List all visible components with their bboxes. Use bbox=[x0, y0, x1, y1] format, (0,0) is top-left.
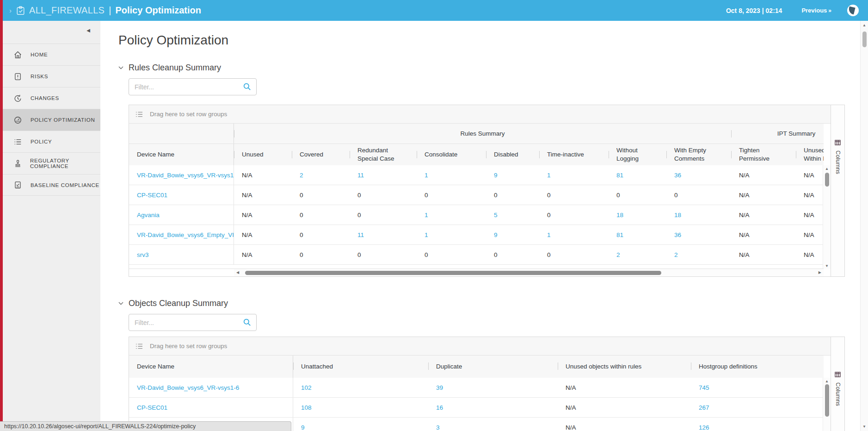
value-cell[interactable]: 81 bbox=[609, 225, 666, 244]
objects-filter-input[interactable] bbox=[129, 314, 257, 331]
value-cell[interactable]: 36 bbox=[666, 225, 731, 244]
device-name-cell[interactable]: VR-David_Bowie_vsys6_Empty_VR1.1 bbox=[129, 225, 234, 244]
policy-icon bbox=[13, 137, 23, 146]
value-cell[interactable]: 102 bbox=[293, 378, 428, 397]
value-cell[interactable]: 126 bbox=[691, 418, 824, 431]
column-header-unattached[interactable]: Unattached bbox=[293, 356, 428, 378]
row-groups-drop-zone[interactable]: Drag here to set row groups bbox=[129, 105, 844, 124]
value-cell[interactable]: 9 bbox=[486, 165, 539, 185]
column-header-unused-objects-within-rules[interactable]: Unused objects within rules bbox=[558, 356, 691, 378]
column-header-time-inactive[interactable]: Time-inactive bbox=[539, 144, 609, 165]
report-progress-icon[interactable] bbox=[847, 5, 859, 16]
top-bar: › ALL_FIREWALLS | Policy Optimization Oc… bbox=[0, 0, 868, 21]
device-name-cell[interactable]: VR-David_Bowie_vsys6_VR-vsys1-6 bbox=[129, 378, 293, 397]
sidebar-item-home[interactable]: HOME bbox=[3, 44, 100, 65]
column-header-label: Duplicate bbox=[436, 362, 462, 371]
column-header-with-empty-comments[interactable]: With Empty Comments bbox=[666, 144, 731, 165]
value-cell[interactable]: 1 bbox=[417, 165, 486, 185]
table-vertical-scrollbar[interactable]: ▲▼ bbox=[823, 165, 831, 269]
value-cell[interactable]: 11 bbox=[350, 225, 417, 244]
value-cell[interactable]: 11 bbox=[350, 165, 417, 185]
value-cell[interactable]: 5 bbox=[486, 205, 539, 225]
rules-collapse-chevron-icon[interactable] bbox=[118, 66, 129, 69]
table-vertical-scrollbar[interactable]: ▲ bbox=[823, 378, 831, 431]
column-header-covered[interactable]: Covered bbox=[292, 144, 350, 165]
column-header-device-name[interactable]: Device Name bbox=[129, 144, 234, 165]
sidebar-collapse-icon[interactable]: ◀ bbox=[86, 28, 90, 33]
table-horizontal-scrollbar[interactable]: ◀▶ bbox=[234, 269, 824, 276]
device-name-cell[interactable]: CP-SEC01 bbox=[129, 185, 234, 205]
title-separator: | bbox=[109, 5, 111, 16]
row-groups-drop-zone[interactable]: Drag here to set row groups bbox=[129, 337, 844, 356]
scroll-down-icon[interactable]: ▼ bbox=[823, 264, 831, 268]
report-name[interactable]: ALL_FIREWALLS bbox=[29, 5, 105, 16]
column-header-consolidate[interactable]: Consolidate bbox=[417, 144, 486, 165]
rules-filter-box bbox=[129, 78, 257, 95]
scroll-up-icon[interactable]: ▲ bbox=[823, 379, 831, 383]
value-cell[interactable]: 1 bbox=[539, 165, 609, 185]
scroll-down-icon[interactable]: ▼ bbox=[861, 425, 868, 429]
sidebar-item-changes[interactable]: CHANGES bbox=[3, 87, 100, 109]
value-cell[interactable]: 2 bbox=[666, 245, 731, 264]
device-name-cell[interactable]: VR-David_Bowie_vsys6_VR-vsys1-6 bbox=[129, 165, 234, 185]
device-name-cell[interactable]: Agvania bbox=[129, 205, 234, 225]
value-cell[interactable]: 3 bbox=[428, 418, 558, 431]
value-cell[interactable]: 267 bbox=[691, 398, 824, 417]
previous-report-button[interactable]: Previous» bbox=[801, 7, 831, 14]
value-cell[interactable]: 9 bbox=[486, 225, 539, 244]
sidebar-item-regulatory-compliance[interactable]: REGULATORY COMPLIANCE bbox=[3, 152, 100, 174]
column-header-unused-objects-within-rules[interactable]: Unused Objects Within Rules bbox=[796, 144, 824, 165]
device-name-cell[interactable]: CP-SEC01 bbox=[129, 398, 293, 417]
device-name-cell[interactable]: srv3 bbox=[129, 245, 234, 264]
columns-panel-tab[interactable]: Columns bbox=[831, 139, 844, 174]
table-scrollbar-thumb[interactable] bbox=[825, 384, 829, 417]
columns-panel-tab[interactable]: Columns bbox=[831, 371, 844, 406]
value-cell[interactable]: 2 bbox=[292, 165, 350, 185]
value-cell[interactable]: 18 bbox=[666, 205, 731, 225]
value-cell[interactable]: 81 bbox=[609, 165, 666, 185]
value-cell[interactable]: 108 bbox=[293, 398, 428, 417]
value-cell: N/A bbox=[731, 245, 796, 264]
search-icon[interactable] bbox=[243, 82, 252, 93]
column-header-duplicate[interactable]: Duplicate bbox=[428, 356, 558, 378]
value-cell[interactable]: 1 bbox=[417, 205, 486, 225]
value-cell[interactable]: 39 bbox=[428, 378, 558, 397]
value-cell[interactable]: 9 bbox=[293, 418, 428, 431]
value-cell[interactable]: 1 bbox=[417, 225, 486, 244]
column-header-unused[interactable]: Unused bbox=[234, 144, 292, 165]
rules-filter-input[interactable] bbox=[129, 78, 257, 95]
column-header-label: Consolidate bbox=[425, 150, 457, 159]
column-header-label: With Empty Comments bbox=[674, 146, 724, 163]
value-cell[interactable]: 745 bbox=[691, 378, 824, 397]
table-scrollbar-thumb[interactable] bbox=[825, 173, 829, 187]
scroll-up-icon[interactable]: ▲ bbox=[823, 167, 831, 171]
sidebar-item-policy[interactable]: POLICY bbox=[3, 131, 100, 152]
value-cell: N/A bbox=[558, 418, 691, 431]
value-cell[interactable]: 16 bbox=[428, 398, 558, 417]
rules-section-header: Rules Cleanup Summary bbox=[118, 62, 860, 73]
value-cell[interactable]: 36 bbox=[666, 165, 731, 185]
value-cell[interactable]: 18 bbox=[609, 205, 666, 225]
search-icon[interactable] bbox=[243, 318, 252, 329]
page-scrollbar-thumb[interactable] bbox=[862, 31, 867, 47]
value-cell[interactable]: 1 bbox=[539, 225, 609, 244]
sidebar-item-policy-optimization[interactable]: POLICY OPTIMIZATION bbox=[3, 109, 100, 131]
column-header-tighten-permissive[interactable]: Tighten Permissive bbox=[731, 144, 796, 165]
breadcrumb-chevron-icon[interactable]: › bbox=[9, 6, 12, 14]
table-scrollbar-thumb[interactable] bbox=[245, 271, 661, 275]
value-cell: 0 bbox=[539, 245, 609, 264]
column-header-redundant-special-case[interactable]: Redundant Special Case bbox=[350, 144, 417, 165]
scroll-up-icon[interactable]: ▲ bbox=[861, 23, 868, 27]
objects-collapse-chevron-icon[interactable] bbox=[118, 302, 129, 305]
column-header-disabled[interactable]: Disabled bbox=[486, 144, 539, 165]
column-header-device-name[interactable]: Device Name bbox=[129, 356, 293, 378]
value-cell[interactable]: 2 bbox=[609, 245, 666, 264]
sidebar-item-risks[interactable]: RISKS bbox=[3, 65, 100, 87]
value-cell: N/A bbox=[796, 185, 824, 205]
scroll-left-icon[interactable]: ◀ bbox=[236, 270, 239, 275]
column-header-without-logging[interactable]: Without Logging bbox=[609, 144, 666, 165]
page-scrollbar[interactable]: ▲ ▼ bbox=[860, 21, 868, 431]
scroll-right-icon[interactable]: ▶ bbox=[819, 270, 821, 275]
sidebar-item-baseline-compliance[interactable]: BASELINE COMPLIANCE bbox=[3, 174, 100, 196]
column-header-hostgroup-definitions[interactable]: Hostgroup definitions bbox=[691, 356, 824, 378]
